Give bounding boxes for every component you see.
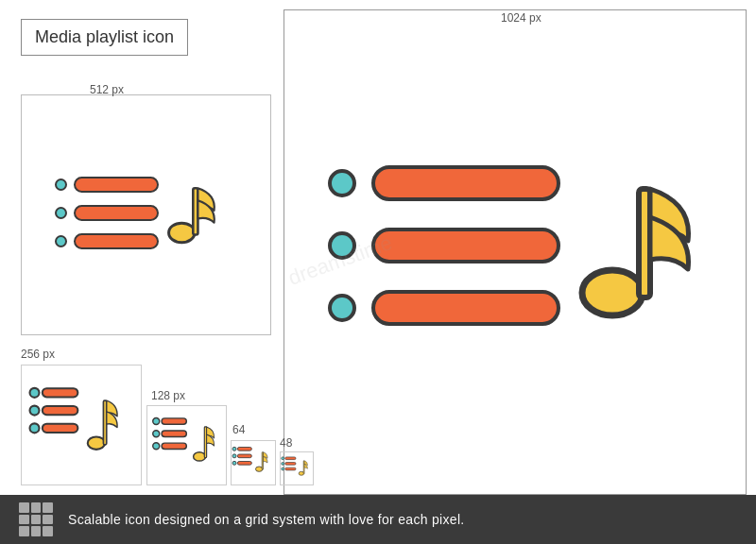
svg-point-32 [282, 468, 284, 470]
row-dot-2 [328, 231, 356, 260]
svg-point-8 [30, 423, 40, 433]
row-bar-1 [371, 165, 560, 201]
svg-point-28 [282, 457, 284, 460]
svg-rect-17 [162, 443, 186, 449]
grid-icon [19, 502, 53, 536]
dim-label-64: 64 [232, 423, 245, 436]
row-bar-sm-1 [74, 177, 159, 193]
dim-label-48: 48 [280, 436, 292, 450]
svg-rect-9 [43, 424, 77, 433]
svg-point-2 [168, 223, 194, 243]
grid-cell-7 [19, 526, 29, 536]
svg-rect-13 [162, 418, 186, 424]
music-note-medium [163, 179, 220, 246]
row-dot-sm-2 [55, 207, 67, 219]
svg-point-12 [153, 418, 160, 425]
row-dot-1 [328, 169, 356, 197]
preview-48 [280, 451, 314, 485]
music-note-large [570, 170, 702, 321]
dim-label-512: 512 px [90, 83, 124, 96]
preview-128 [146, 405, 227, 485]
svg-rect-15 [162, 431, 186, 436]
svg-point-26 [256, 467, 263, 471]
playlist-row-sm-1 [55, 177, 159, 193]
row-bar-3 [371, 290, 560, 326]
svg-point-30 [282, 462, 284, 465]
svg-rect-5 [43, 388, 77, 397]
playlist-row-2 [328, 228, 560, 264]
icon-large [293, 28, 737, 463]
grid-cell-1 [19, 502, 29, 513]
playlist-rows-large [328, 165, 560, 326]
playlist-row-1 [328, 165, 560, 201]
playlist-rows-medium [55, 177, 159, 249]
grid-cell-6 [43, 515, 53, 525]
svg-point-34 [299, 471, 304, 475]
playlist-row-sm-2 [55, 205, 159, 221]
svg-point-16 [153, 443, 160, 450]
row-bar-sm-3 [74, 233, 159, 249]
dim-label-256: 256 px [21, 348, 55, 361]
icon-medium-512 [28, 109, 246, 316]
svg-point-24 [232, 461, 236, 465]
bottom-bar: Scalable icon designed on a grid system … [0, 495, 756, 544]
svg-point-10 [88, 437, 105, 450]
grid-cell-5 [31, 515, 42, 525]
svg-rect-29 [285, 457, 296, 460]
row-bar-2 [371, 228, 560, 264]
svg-rect-7 [43, 406, 77, 415]
preview-256 [21, 365, 142, 485]
dim-label-1024: 1024 px [501, 11, 541, 25]
svg-rect-21 [237, 448, 251, 451]
preview-64 [231, 440, 276, 485]
svg-rect-25 [237, 462, 251, 466]
playlist-row-3 [328, 290, 560, 326]
playlist-row-sm-3 [55, 233, 159, 249]
page-title: Media playlist icon [21, 19, 188, 56]
grid-cell-8 [31, 526, 42, 536]
svg-point-22 [232, 454, 236, 458]
row-dot-sm-1 [55, 178, 67, 191]
svg-point-20 [232, 447, 236, 450]
grid-cell-3 [43, 502, 53, 513]
svg-point-0 [582, 270, 643, 315]
svg-rect-33 [285, 468, 296, 470]
grid-cell-2 [31, 502, 42, 513]
svg-point-6 [30, 406, 40, 416]
grid-cell-9 [43, 526, 53, 536]
svg-point-18 [194, 452, 206, 461]
svg-rect-23 [237, 454, 251, 458]
row-dot-sm-3 [55, 235, 67, 247]
svg-point-14 [153, 431, 160, 437]
svg-point-4 [30, 388, 40, 398]
svg-rect-31 [285, 463, 296, 466]
grid-cell-4 [19, 515, 29, 525]
row-bar-sm-2 [74, 205, 159, 221]
bottom-bar-text: Scalable icon designed on a grid system … [68, 512, 465, 527]
dim-label-128: 128 px [151, 389, 185, 402]
row-dot-3 [328, 294, 356, 322]
